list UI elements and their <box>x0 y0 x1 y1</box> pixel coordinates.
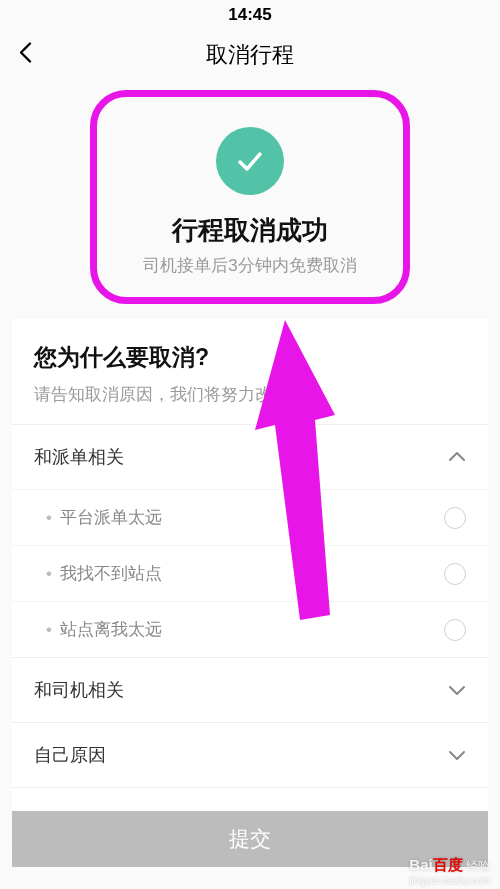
group-label: 和派单相关 <box>34 445 124 469</box>
watermark: Bai百度 经验 jingyan.baidu.com <box>409 857 490 887</box>
status-bar: 14:45 <box>0 0 500 30</box>
group-dispatch[interactable]: 和派单相关 <box>12 424 488 489</box>
radio-unchecked[interactable] <box>444 563 466 585</box>
reason-list: 和派单相关 平台派单太远 我找不到站点 站点离我太远 和司机相关 自己原因 其他 <box>12 424 488 852</box>
radio-unchecked[interactable] <box>444 619 466 641</box>
group-driver[interactable]: 和司机相关 <box>12 657 488 722</box>
option-label: 我找不到站点 <box>46 562 162 585</box>
question-subtitle: 请告知取消原因，我们将努力改善 <box>34 383 466 406</box>
chevron-down-icon <box>448 684 466 696</box>
success-subtitle: 司机接单后3分钟内免费取消 <box>117 254 383 277</box>
group-label: 自己原因 <box>34 743 106 767</box>
option-cant-find-station[interactable]: 我找不到站点 <box>12 545 488 601</box>
chevron-left-icon <box>18 42 32 64</box>
check-icon <box>232 143 268 179</box>
group-self[interactable]: 自己原因 <box>12 722 488 787</box>
watermark-suffix: 经验 <box>466 859 490 873</box>
chevron-down-icon <box>448 749 466 761</box>
option-station-too-far[interactable]: 站点离我太远 <box>12 601 488 657</box>
chevron-up-icon <box>448 451 466 463</box>
question-title: 您为什么要取消? <box>34 342 466 373</box>
reason-card: 您为什么要取消? 请告知取消原因，我们将努力改善 和派单相关 平台派单太远 我找… <box>12 318 488 852</box>
group-label: 和司机相关 <box>34 678 124 702</box>
option-dispatch-far[interactable]: 平台派单太远 <box>12 489 488 545</box>
watermark-brand: Bai <box>409 856 432 873</box>
status-time: 14:45 <box>228 5 271 25</box>
watermark-brand2: 百度 <box>433 856 463 873</box>
success-icon <box>216 127 284 195</box>
option-label: 站点离我太远 <box>46 618 162 641</box>
radio-unchecked[interactable] <box>444 507 466 529</box>
watermark-url: jingyan.baidu.com <box>409 875 490 886</box>
card-header: 您为什么要取消? 请告知取消原因，我们将努力改善 <box>12 318 488 424</box>
option-label: 平台派单太远 <box>46 506 162 529</box>
success-title: 行程取消成功 <box>117 213 383 248</box>
nav-bar: 取消行程 <box>0 30 500 80</box>
back-button[interactable] <box>18 40 32 71</box>
success-block: 行程取消成功 司机接单后3分钟内免费取消 <box>90 90 410 304</box>
page-title: 取消行程 <box>206 40 294 70</box>
submit-label: 提交 <box>229 825 271 853</box>
